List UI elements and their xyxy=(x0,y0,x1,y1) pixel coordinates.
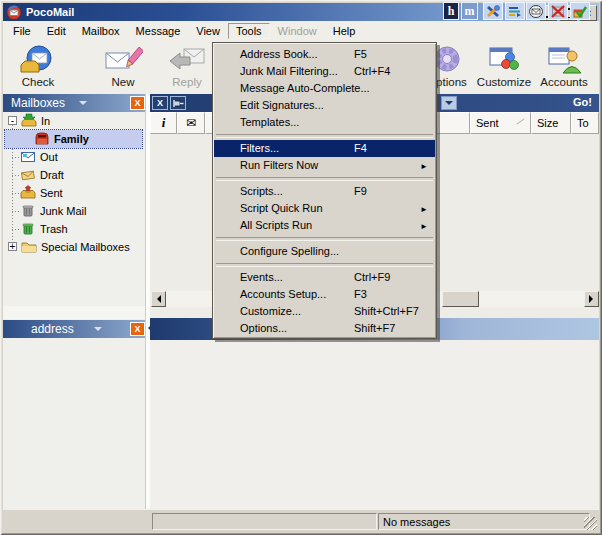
customize-icon xyxy=(473,44,535,76)
menu-mailbox[interactable]: Mailbox xyxy=(74,23,128,39)
statusbar: No messages xyxy=(3,509,599,532)
menu-edit[interactable]: Edit xyxy=(39,23,74,39)
tree-item-trash[interactable]: Trash xyxy=(5,220,142,238)
block-content-button[interactable] xyxy=(548,2,568,20)
scroll-left-button[interactable] xyxy=(151,291,166,307)
menu-help[interactable]: Help xyxy=(325,23,364,39)
menu-item-all-scripts-run[interactable]: All Scripts Run► xyxy=(214,217,435,234)
menu-item-events[interactable]: Events...Ctrl+F9 xyxy=(214,269,435,286)
menu-view[interactable]: View xyxy=(188,23,228,39)
panel-dropdown-icon[interactable] xyxy=(94,327,102,335)
list-close-button[interactable]: X xyxy=(152,96,168,110)
menu-item-accounts-setup[interactable]: Accounts Setup...F3 xyxy=(214,286,435,303)
menu-item-run-filters-now[interactable]: Run Filters Now► xyxy=(214,157,435,174)
menu-item-scripts[interactable]: Scripts...F9 xyxy=(214,183,435,200)
junk-mail-icon xyxy=(20,203,36,218)
app-window: PocoMail × File Edit Mailbox Message Vie… xyxy=(0,0,602,535)
mailbox-icon xyxy=(34,131,50,146)
pin-button[interactable] xyxy=(170,96,186,110)
tree-item-label: In xyxy=(41,112,50,130)
envelope-view-button[interactable] xyxy=(526,2,546,20)
menu-item-message-auto-complete[interactable]: Message Auto-Complete... xyxy=(214,80,435,97)
mailboxes-close-button[interactable]: X xyxy=(130,96,145,110)
sort-lines-button[interactable] xyxy=(505,2,525,20)
app-logo-icon xyxy=(6,5,22,20)
column-header-size[interactable]: Size xyxy=(531,112,571,134)
menu-item-shortcut: Ctrl+F4 xyxy=(354,63,390,80)
tree-item-family[interactable]: Family xyxy=(5,130,142,148)
draft-icon xyxy=(20,167,36,182)
customize-button[interactable]: Customize xyxy=(473,44,535,92)
menu-item-filters[interactable]: Filters...F4 xyxy=(214,140,435,157)
tree-item-in[interactable]: - In xyxy=(5,112,142,130)
preview-pane[interactable] xyxy=(150,340,599,509)
menu-item-configure-spelling[interactable]: Configure Spelling... xyxy=(214,243,435,260)
column-header-info[interactable]: i xyxy=(150,112,177,134)
search-scope-dropdown[interactable] xyxy=(441,96,457,110)
tools-dropdown-menu: Address Book...F5 Junk Mail Filtering...… xyxy=(212,42,437,339)
panel-dropdown-icon[interactable] xyxy=(79,101,87,109)
address-panel-header: address X xyxy=(3,320,145,338)
tree-item-junk-mail[interactable]: Junk Mail xyxy=(5,202,142,220)
address-close-button[interactable]: X xyxy=(130,322,145,336)
menu-item-label: Configure Spelling... xyxy=(240,245,339,257)
expand-icon[interactable]: + xyxy=(8,242,17,251)
tree-item-special-mailboxes[interactable]: + Special Mailboxes xyxy=(5,238,142,256)
new-button-label: New xyxy=(111,76,134,88)
menu-item-label: Message Auto-Complete... xyxy=(240,82,370,94)
tree-item-label: Draft xyxy=(40,166,64,184)
new-mail-icon xyxy=(95,44,151,76)
colorful-x-button[interactable] xyxy=(483,2,503,20)
check-button-label: Check xyxy=(22,76,55,88)
tree-item-label: Special Mailboxes xyxy=(41,238,130,256)
outbox-icon xyxy=(20,149,36,164)
mailboxes-panel-header: Mailboxes X xyxy=(3,94,145,112)
tree-item-sent[interactable]: Sent xyxy=(5,184,142,202)
menu-message[interactable]: Message xyxy=(128,23,189,39)
menu-item-address-book[interactable]: Address Book...F5 xyxy=(214,46,435,63)
statusbar-message: No messages xyxy=(383,516,450,528)
inbox-icon xyxy=(21,113,37,128)
accounts-button[interactable]: Accounts xyxy=(537,44,591,92)
pushpin-icon xyxy=(172,98,184,109)
reply-button: Reply xyxy=(161,44,213,92)
tree-item-draft[interactable]: Draft xyxy=(5,166,142,184)
lines-arrow-icon xyxy=(508,5,522,18)
column-header-attachment[interactable]: ✉ xyxy=(177,112,205,134)
menu-item-options[interactable]: Options...Shift+F7 xyxy=(214,320,435,337)
column-header-to[interactable]: To xyxy=(571,112,599,134)
tree-item-out[interactable]: Out xyxy=(5,148,142,166)
headers-toggle-button[interactable]: h xyxy=(443,2,459,20)
accounts-icon xyxy=(537,44,591,76)
check-button[interactable]: Check xyxy=(9,44,67,92)
menu-item-label: Edit Signatures... xyxy=(240,99,324,111)
menu-separator xyxy=(213,234,436,243)
menu-item-label: All Scripts Run xyxy=(240,219,312,231)
hscrollbar-thumb[interactable] xyxy=(442,291,479,307)
collapse-icon[interactable]: - xyxy=(8,116,17,125)
tree-item-label: Out xyxy=(40,148,58,166)
scroll-right-button[interactable] xyxy=(584,291,599,307)
resize-grip[interactable] xyxy=(584,517,597,530)
menu-item-edit-signatures[interactable]: Edit Signatures... xyxy=(214,97,435,114)
column-header-sent[interactable]: Sent xyxy=(470,112,531,134)
approve-content-button[interactable] xyxy=(570,2,590,20)
menu-item-label: Events... xyxy=(240,271,283,283)
check-mail-icon xyxy=(9,44,67,76)
menu-item-customize[interactable]: Customize...Shift+Ctrl+F7 xyxy=(214,303,435,320)
mono-toggle-button[interactable]: m xyxy=(461,2,478,20)
menu-tools[interactable]: Tools xyxy=(228,23,270,39)
chevron-down-icon xyxy=(445,101,453,109)
menu-item-script-quick-run[interactable]: Script Quick Run► xyxy=(214,200,435,217)
red-x-grid-icon xyxy=(551,5,565,18)
tree-item-label: Trash xyxy=(40,220,68,238)
go-button[interactable]: Go! xyxy=(573,96,592,108)
new-button[interactable]: New xyxy=(95,44,151,92)
menu-item-junk-mail-filtering[interactable]: Junk Mail Filtering...Ctrl+F4 xyxy=(214,63,435,80)
menu-file[interactable]: File xyxy=(5,23,39,39)
menu-item-label: Scripts... xyxy=(240,185,283,197)
menu-item-shortcut: F3 xyxy=(354,286,367,303)
menu-item-templates[interactable]: Templates... xyxy=(214,114,435,131)
menu-window: Window xyxy=(270,23,325,39)
menu-item-label: Filters... xyxy=(240,142,279,154)
